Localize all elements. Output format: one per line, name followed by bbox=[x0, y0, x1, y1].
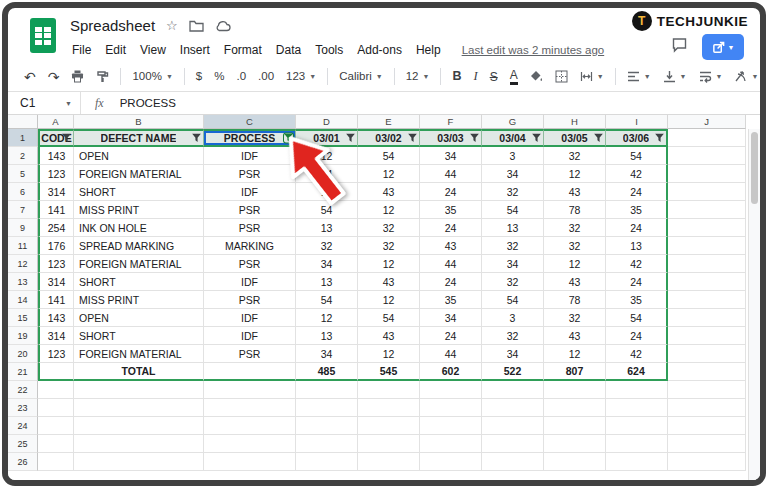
cell-J13[interactable] bbox=[668, 273, 746, 291]
vertical-scrollbar[interactable] bbox=[748, 129, 760, 480]
cell-C22[interactable] bbox=[204, 381, 296, 399]
cell-H23[interactable] bbox=[544, 399, 606, 417]
cell-F24[interactable] bbox=[420, 417, 482, 435]
column-header-B[interactable]: B bbox=[74, 115, 204, 129]
cell-D13[interactable]: 13 bbox=[296, 273, 358, 291]
cell-D24[interactable] bbox=[296, 417, 358, 435]
cell-E7[interactable]: 12 bbox=[358, 201, 420, 219]
cell-E19[interactable]: 43 bbox=[358, 327, 420, 345]
cell-I9[interactable]: 24 bbox=[606, 219, 668, 237]
row-header-9[interactable]: 9 bbox=[8, 219, 38, 237]
cell-D15[interactable]: 12 bbox=[296, 309, 358, 327]
column-header-A[interactable]: A bbox=[38, 115, 74, 129]
row-header-2[interactable]: 2 bbox=[8, 147, 38, 165]
row-header-11[interactable]: 11 bbox=[8, 237, 38, 255]
cell-E11[interactable]: 32 bbox=[358, 237, 420, 255]
cell-D19[interactable]: 13 bbox=[296, 327, 358, 345]
cell-B24[interactable] bbox=[74, 417, 204, 435]
cell-A2[interactable]: 143 bbox=[38, 147, 74, 165]
row-header-6[interactable]: 6 bbox=[8, 183, 38, 201]
cell-C15[interactable]: IDF bbox=[204, 309, 296, 327]
row-header-22[interactable]: 22 bbox=[8, 381, 38, 399]
cell-G15[interactable]: 3 bbox=[482, 309, 544, 327]
menu-addons[interactable]: Add-ons bbox=[350, 41, 409, 59]
cell-E2[interactable]: 54 bbox=[358, 147, 420, 165]
cell-B1[interactable]: DEFECT NAME bbox=[74, 129, 204, 147]
font-select[interactable]: Calibri▼ bbox=[335, 69, 387, 85]
cell-C19[interactable]: IDF bbox=[204, 327, 296, 345]
cell-B14[interactable]: MISS PRINT bbox=[74, 291, 204, 309]
cell-D9[interactable]: 13 bbox=[296, 219, 358, 237]
formula-input[interactable]: PROCESS bbox=[120, 97, 176, 109]
move-folder-icon[interactable] bbox=[189, 20, 204, 32]
strikethrough-button[interactable]: S bbox=[486, 69, 502, 85]
cell-A15[interactable]: 143 bbox=[38, 309, 74, 327]
cell-F5[interactable]: 44 bbox=[420, 165, 482, 183]
cell-E20[interactable]: 12 bbox=[358, 345, 420, 363]
cell-E25[interactable] bbox=[358, 435, 420, 453]
cell-H6[interactable]: 43 bbox=[544, 183, 606, 201]
cell-B26[interactable] bbox=[74, 453, 204, 471]
vertical-align-button[interactable]: ▼ bbox=[659, 68, 691, 85]
cell-B9[interactable]: INK ON HOLE bbox=[74, 219, 204, 237]
horizontal-align-button[interactable]: ▼ bbox=[623, 68, 655, 85]
doc-title[interactable]: Spreadsheet bbox=[70, 17, 155, 34]
cell-J14[interactable] bbox=[668, 291, 746, 309]
cell-H9[interactable]: 32 bbox=[544, 219, 606, 237]
cell-F23[interactable] bbox=[420, 399, 482, 417]
menu-format[interactable]: Format bbox=[217, 41, 269, 59]
cell-H13[interactable]: 43 bbox=[544, 273, 606, 291]
name-box[interactable]: C1 ▼ bbox=[8, 92, 80, 114]
cell-G14[interactable]: 54 bbox=[482, 291, 544, 309]
cell-J5[interactable] bbox=[668, 165, 746, 183]
redo-icon[interactable]: ↷ bbox=[44, 68, 64, 86]
cell-A21[interactable] bbox=[38, 363, 74, 381]
row-header-5[interactable]: 5 bbox=[8, 165, 38, 183]
cell-C7[interactable]: PSR bbox=[204, 201, 296, 219]
print-icon[interactable] bbox=[67, 68, 88, 85]
cell-I25[interactable] bbox=[606, 435, 668, 453]
cell-I2[interactable]: 54 bbox=[606, 147, 668, 165]
cell-A5[interactable]: 123 bbox=[38, 165, 74, 183]
cell-D11[interactable]: 32 bbox=[296, 237, 358, 255]
cell-D20[interactable]: 34 bbox=[296, 345, 358, 363]
cell-E15[interactable]: 54 bbox=[358, 309, 420, 327]
cell-C21[interactable] bbox=[204, 363, 296, 381]
cell-C14[interactable]: PSR bbox=[204, 291, 296, 309]
cell-H25[interactable] bbox=[544, 435, 606, 453]
cell-A19[interactable]: 314 bbox=[38, 327, 74, 345]
column-header-C[interactable]: C bbox=[204, 115, 296, 129]
cell-B12[interactable]: FOREIGN MATERIAL bbox=[74, 255, 204, 273]
cell-I24[interactable] bbox=[606, 417, 668, 435]
filter-icon-0302[interactable] bbox=[408, 134, 417, 143]
cell-E5[interactable]: 12 bbox=[358, 165, 420, 183]
cell-B20[interactable]: FOREIGN MATERIAL bbox=[74, 345, 204, 363]
cell-H24[interactable] bbox=[544, 417, 606, 435]
undo-icon[interactable]: ↶ bbox=[20, 68, 40, 86]
cell-J2[interactable] bbox=[668, 147, 746, 165]
filter-icon-0303[interactable] bbox=[470, 134, 479, 143]
cell-B15[interactable]: OPEN bbox=[74, 309, 204, 327]
menu-insert[interactable]: Insert bbox=[173, 41, 217, 59]
decrease-decimal-button[interactable]: .0 bbox=[232, 69, 250, 85]
cell-E14[interactable]: 12 bbox=[358, 291, 420, 309]
cell-J21[interactable] bbox=[668, 363, 746, 381]
menu-file[interactable]: File bbox=[65, 41, 98, 59]
cell-G9[interactable]: 13 bbox=[482, 219, 544, 237]
cell-D14[interactable]: 54 bbox=[296, 291, 358, 309]
cell-I23[interactable] bbox=[606, 399, 668, 417]
column-header-H[interactable]: H bbox=[544, 115, 606, 129]
cell-C13[interactable]: IDF bbox=[204, 273, 296, 291]
cell-J24[interactable] bbox=[668, 417, 746, 435]
cell-E23[interactable] bbox=[358, 399, 420, 417]
comment-icon[interactable] bbox=[671, 37, 688, 53]
cell-H11[interactable]: 32 bbox=[544, 237, 606, 255]
cell-H26[interactable] bbox=[544, 453, 606, 471]
cell-B7[interactable]: MISS PRINT bbox=[74, 201, 204, 219]
cell-I21[interactable]: 624 bbox=[606, 363, 668, 381]
cell-A20[interactable]: 123 bbox=[38, 345, 74, 363]
cell-B19[interactable]: SHORT bbox=[74, 327, 204, 345]
share-button[interactable]: ▼ bbox=[702, 34, 744, 60]
cell-B22[interactable] bbox=[74, 381, 204, 399]
cell-F14[interactable]: 35 bbox=[420, 291, 482, 309]
